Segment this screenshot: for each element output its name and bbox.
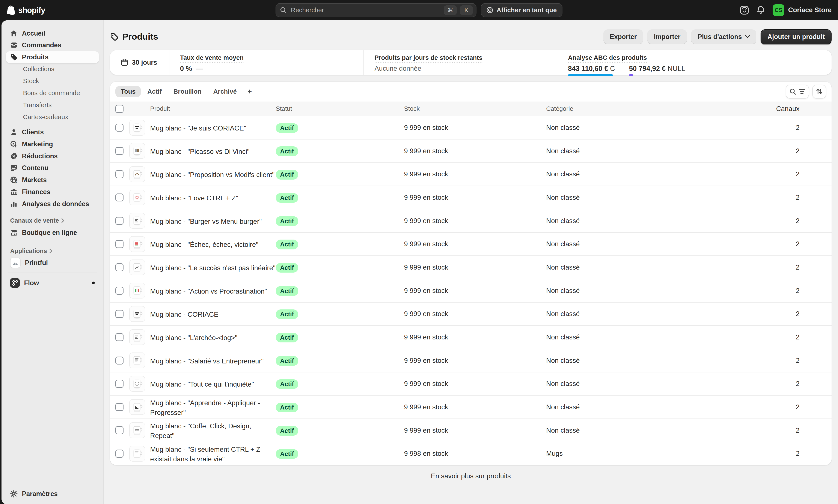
row-checkbox[interactable]	[115, 426, 123, 434]
metric-title: Analyse ABC des produits	[568, 54, 647, 63]
abc-bar-primary	[568, 74, 613, 76]
row-checkbox[interactable]	[115, 194, 123, 201]
sidebar-item-reductions[interactable]: Réductions	[6, 150, 99, 162]
global-search[interactable]: ⌘ K	[276, 3, 476, 17]
product-name-link[interactable]: Mub blanc - "Love CTRL + Z"	[150, 194, 238, 202]
row-checkbox[interactable]	[115, 380, 123, 388]
sidebar-item-collections[interactable]: Collections	[6, 63, 99, 75]
category-cell: Non classé	[546, 357, 716, 364]
sidebar-section-label: Canaux de vente	[10, 217, 59, 224]
sidebar-item-marketing[interactable]: Marketing	[6, 138, 99, 150]
sidebar-item-parametres[interactable]: Paramètres	[6, 488, 99, 500]
sidebar-section-applications[interactable]: Applications	[6, 245, 99, 257]
product-name-link[interactable]: Mug blanc - "Si seulement CTRL + Z exist…	[150, 446, 260, 463]
sidebar-item-printful[interactable]: Printful	[6, 257, 99, 269]
column-header-channels[interactable]: Canaux	[716, 105, 832, 113]
product-thumbnail	[129, 120, 145, 136]
product-name-link[interactable]: Mug blanc - "L'archéo-<log>"	[150, 334, 238, 342]
row-checkbox[interactable]	[115, 124, 123, 131]
sidebar-item-commandes[interactable]: Commandes	[6, 39, 99, 51]
row-checkbox[interactable]	[115, 240, 123, 248]
product-name-link[interactable]: Mug blanc - CORIACE	[150, 310, 218, 318]
product-name-link[interactable]: Mug blanc - "Action vs Procrastination"	[150, 287, 267, 295]
tab-tous[interactable]: Tous	[115, 86, 141, 97]
tab-actif[interactable]: Actif	[142, 86, 167, 97]
search-filter-button[interactable]	[786, 85, 809, 98]
sidebar-item-contenu[interactable]: Contenu	[6, 162, 99, 174]
sidebar-item-transferts[interactable]: Transferts	[6, 99, 99, 111]
import-button[interactable]: Importer	[647, 29, 687, 44]
channels-cell: 2	[716, 170, 832, 178]
row-checkbox[interactable]	[115, 147, 123, 155]
shopify-logo[interactable]: shopify	[6, 5, 45, 15]
product-name-link[interactable]: Mug blanc - "Le succès n'est pas linéair…	[150, 264, 275, 272]
sidebar-item-bons-de-commande[interactable]: Bons de commande	[6, 87, 99, 99]
row-checkbox[interactable]	[115, 310, 123, 318]
inbox-button[interactable]	[739, 5, 749, 15]
finances-icon	[10, 188, 18, 196]
channels-cell: 2	[716, 147, 832, 155]
column-header-category[interactable]: Catégorie	[546, 105, 716, 112]
more-actions-button[interactable]: Plus d'actions	[691, 29, 756, 44]
sidebar-item-label: Clients	[22, 128, 44, 136]
row-checkbox[interactable]	[115, 217, 123, 225]
product-name-link[interactable]: Mug blanc - "Proposition vs Modifs clien…	[150, 171, 275, 179]
product-name-link[interactable]: Mug blanc - "Picasso vs Di Vinci"	[150, 148, 249, 155]
sidebar-item-finances[interactable]: Finances	[6, 186, 99, 198]
category-cell: Non classé	[546, 310, 716, 318]
chevron-right-icon	[61, 218, 65, 223]
sidebar-item-stock[interactable]: Stock	[6, 75, 99, 87]
table-row: Mug blanc - "Salarié vs Entrepreneur"Act…	[110, 349, 832, 373]
export-button[interactable]: Exporter	[604, 29, 643, 44]
channels-cell: 2	[716, 380, 832, 388]
stock-cell: 9 999 en stock	[404, 170, 546, 178]
sidebar-item-clients[interactable]: Clients	[6, 126, 99, 138]
sidebar-item-label: Flow	[24, 279, 39, 287]
product-name-link[interactable]: Mug blanc - "Apprendre - Appliquer - Pro…	[150, 399, 260, 416]
add-view-tab[interactable]: +	[243, 86, 256, 97]
row-checkbox[interactable]	[115, 287, 123, 295]
row-checkbox[interactable]	[115, 333, 123, 341]
product-thumbnail	[129, 166, 145, 182]
row-checkbox[interactable]	[115, 450, 123, 457]
row-checkbox[interactable]	[115, 170, 123, 178]
store-menu-button[interactable]: CS Coriace Store	[773, 4, 832, 16]
add-product-button[interactable]: Ajouter un produit	[761, 29, 832, 44]
sidebar-item-label: Markets	[22, 176, 47, 184]
select-all-checkbox[interactable]	[115, 105, 123, 113]
column-header-product[interactable]: Produit	[150, 105, 276, 112]
column-header-stock[interactable]: Stock	[404, 105, 546, 112]
tab-archive[interactable]: Archivé	[208, 86, 242, 97]
sidebar-item-boutique-en-ligne[interactable]: Boutique en ligne	[6, 227, 99, 238]
sidebar-item-flow[interactable]: Flow	[6, 277, 99, 289]
search-input[interactable]	[290, 6, 441, 14]
tab-brouillon[interactable]: Brouillon	[168, 86, 207, 97]
view-as-button[interactable]: Afficher en tant que	[481, 3, 563, 17]
chevron-down-icon	[745, 35, 750, 38]
sidebar-item-cartes-cadeaux[interactable]: Cartes-cadeaux	[6, 111, 99, 123]
table-row: Mug blanc - "Le succès n'est pas linéair…	[110, 256, 832, 279]
column-header-status[interactable]: Statut	[276, 105, 404, 112]
row-checkbox[interactable]	[115, 263, 123, 271]
product-name-link[interactable]: Mug blanc - "Échec, échec, victoire"	[150, 241, 258, 248]
sort-button[interactable]	[812, 85, 826, 98]
row-checkbox[interactable]	[115, 403, 123, 411]
discounts-icon	[10, 152, 18, 160]
category-cell: Non classé	[546, 287, 716, 295]
sidebar-item-accueil[interactable]: Accueil	[6, 27, 99, 39]
product-name-link[interactable]: Mug blanc - "Burger vs Menu burger"	[150, 217, 262, 225]
product-name-link[interactable]: Mug blanc - "Coffe, Click, Design, Repea…	[150, 422, 251, 439]
sidebar-section-canaux-de-vente[interactable]: Canaux de vente	[6, 215, 99, 227]
sidebar-item-produits[interactable]: Produits	[6, 51, 99, 63]
status-badge: Actif	[276, 379, 298, 389]
row-checkbox[interactable]	[115, 357, 123, 364]
sidebar-item-analyses-de-donnees[interactable]: Analyses de données	[6, 198, 99, 210]
shortcut-k-key: K	[460, 5, 473, 15]
sidebar-item-label: Marketing	[22, 140, 53, 148]
product-name-link[interactable]: Mug blanc - "Tout ce qui t'inquiète"	[150, 380, 254, 388]
product-name-link[interactable]: Mug blanc - "Je suis CORIACE"	[150, 124, 246, 132]
product-name-link[interactable]: Mug blanc - "Salarié vs Entrepreneur"	[150, 357, 264, 365]
notifications-button[interactable]	[756, 5, 765, 15]
sidebar-item-markets[interactable]: $Markets	[6, 174, 99, 186]
learn-more-link[interactable]: En savoir plus sur produits	[431, 472, 511, 480]
